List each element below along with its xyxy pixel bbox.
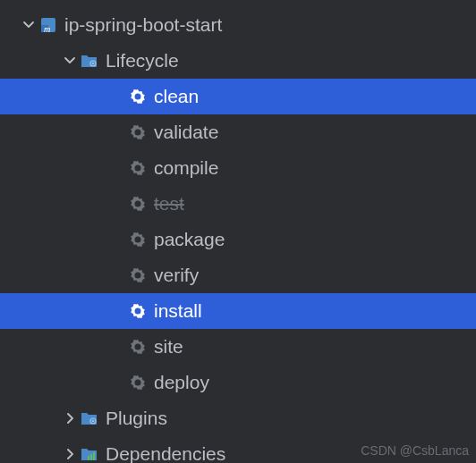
project-node[interactable]: ip-spring-boot-start [0,7,476,43]
goal-label: package [154,229,225,250]
lifecycle-goal-compile[interactable]: compile [0,150,476,186]
lifecycle-goal-site[interactable]: site [0,329,476,365]
goal-label: clean [154,86,199,107]
lifecycle-goal-deploy[interactable]: deploy [0,365,476,400]
gear-icon [127,302,149,320]
gear-icon [127,266,149,284]
lifecycle-goal-clean[interactable]: clean [0,79,476,114]
gear-icon [127,374,149,391]
project-name-label: ip-spring-boot-start [64,14,222,36]
folder-gear-icon [79,409,100,427]
goal-label: deploy [154,372,209,393]
plugins-node[interactable]: Plugins [0,400,476,436]
goal-label: compile [154,157,218,179]
lifecycle-goal-package[interactable]: package [0,222,476,257]
lifecycle-node[interactable]: Lifecycle [0,43,476,79]
chevron-right-icon [61,413,79,424]
gear-icon [127,338,149,356]
maven-tree: ip-spring-boot-start Lifecycle cleanvali… [0,0,476,463]
gear-icon [127,123,149,141]
goal-label: install [154,300,202,322]
gear-icon [127,88,149,105]
gear-icon [127,159,149,177]
lifecycle-goal-install[interactable]: install [0,293,476,329]
gear-icon [127,231,149,248]
goal-label: site [154,336,183,358]
chevron-down-icon [61,55,79,66]
lifecycle-label: Lifecycle [106,50,179,72]
watermark-text: CSDN @CsbLanca [361,443,469,458]
plugins-label: Plugins [106,408,167,429]
dependencies-label: Dependencies [106,443,225,463]
lifecycle-goal-verify[interactable]: verify [0,257,476,293]
lifecycle-goal-validate[interactable]: validate [0,114,476,150]
folder-gear-icon [79,52,100,70]
folder-deps-icon [79,445,100,463]
goal-label: verify [154,265,199,286]
gear-icon [127,195,149,213]
lifecycle-goal-test[interactable]: test [0,186,476,222]
chevron-right-icon [61,449,79,459]
goal-label: validate [154,122,218,143]
chevron-down-icon [20,20,38,30]
goal-label: test [154,193,184,215]
maven-module-icon [38,16,59,34]
